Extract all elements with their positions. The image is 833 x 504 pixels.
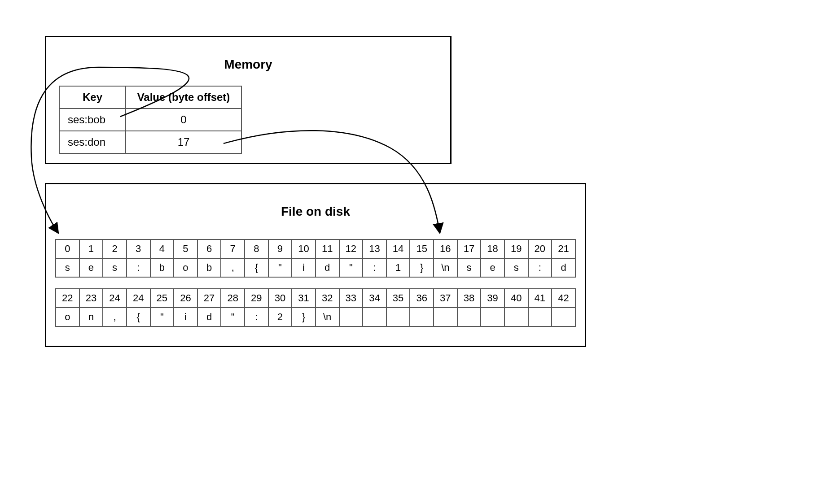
cell-value: 0: [126, 109, 241, 131]
disk-box: File on disk 012345678910111213141516171…: [45, 183, 586, 347]
byte-offset-cell: 13: [363, 239, 386, 258]
byte-offset-cell: 24: [127, 289, 150, 308]
byte-char-cell: [457, 308, 481, 326]
byte-char-cell: [410, 308, 434, 326]
byte-offset-cell: 10: [292, 239, 316, 258]
byte-offset-cell: 28: [221, 289, 245, 308]
table-header-row: Key Value (byte offset): [59, 86, 241, 109]
byte-offset-cell: 29: [245, 289, 268, 308]
byte-offset-cell: 1: [79, 239, 103, 258]
table-row: ses:don 17: [59, 131, 241, 153]
byte-char-cell: ": [150, 308, 174, 326]
byte-char-cell: d: [316, 258, 339, 277]
byte-char-cell: }: [292, 308, 316, 326]
byte-offset-cell: 27: [197, 289, 221, 308]
diagram-canvas: Memory Key Value (byte offset) ses:bob 0…: [0, 0, 833, 504]
byte-char-cell: [363, 308, 386, 326]
byte-offset-cell: 9: [268, 239, 292, 258]
byte-char-cell: 2: [268, 308, 292, 326]
table-row: ses:bob 0: [59, 109, 241, 131]
byte-offset-cell: 7: [221, 239, 245, 258]
byte-char-cell: [528, 308, 552, 326]
byte-char-cell: b: [197, 258, 221, 277]
byte-offsets-row: 2223242425262728293031323334353637383940…: [56, 289, 575, 308]
byte-table-row1: 0123456789101112131415161718192021 ses:b…: [55, 239, 576, 278]
byte-offset-cell: 42: [552, 289, 575, 308]
byte-char-cell: e: [481, 258, 504, 277]
col-value: Value (byte offset): [126, 86, 241, 109]
memory-box: Memory Key Value (byte offset) ses:bob 0…: [45, 36, 452, 164]
byte-char-cell: \n: [434, 258, 457, 277]
byte-offset-cell: 20: [528, 239, 552, 258]
byte-offset-cell: 0: [56, 239, 79, 258]
byte-offset-cell: 12: [339, 239, 363, 258]
cell-key: ses:don: [59, 131, 126, 153]
byte-char-cell: ": [339, 258, 363, 277]
byte-offset-cell: 11: [316, 239, 339, 258]
memory-title: Memory: [46, 57, 450, 72]
byte-char-cell: ": [268, 258, 292, 277]
byte-char-cell: o: [174, 258, 197, 277]
byte-offset-cell: 39: [481, 289, 504, 308]
byte-char-cell: [339, 308, 363, 326]
byte-char-cell: \n: [316, 308, 339, 326]
byte-char-cell: s: [457, 258, 481, 277]
byte-offset-cell: 18: [481, 239, 504, 258]
byte-char-cell: :: [245, 308, 268, 326]
byte-char-cell: :: [127, 258, 150, 277]
byte-chars-row: ses:bob,{"id":1}\nses:d: [56, 258, 575, 277]
byte-offset-cell: 8: [245, 239, 268, 258]
byte-offset-cell: 34: [363, 289, 386, 308]
byte-char-cell: i: [292, 258, 316, 277]
byte-char-cell: d: [197, 308, 221, 326]
byte-char-cell: 1: [386, 258, 410, 277]
byte-char-cell: }: [410, 258, 434, 277]
byte-offset-cell: 2: [103, 239, 127, 258]
byte-offset-cell: 23: [79, 289, 103, 308]
memory-index-table: Key Value (byte offset) ses:bob 0 ses:do…: [59, 86, 242, 154]
byte-char-cell: s: [56, 258, 79, 277]
byte-offset-cell: 15: [410, 239, 434, 258]
byte-offset-cell: 4: [150, 239, 174, 258]
byte-char-cell: :: [363, 258, 386, 277]
byte-offset-cell: 30: [268, 289, 292, 308]
byte-offset-cell: 24: [103, 289, 127, 308]
byte-char-cell: [481, 308, 504, 326]
byte-table-row2: 2223242425262728293031323334353637383940…: [55, 288, 576, 327]
byte-char-cell: o: [56, 308, 79, 326]
byte-char-cell: [552, 308, 575, 326]
byte-char-cell: s: [103, 258, 127, 277]
cell-key: ses:bob: [59, 109, 126, 131]
byte-char-cell: ,: [221, 258, 245, 277]
byte-offset-cell: 32: [316, 289, 339, 308]
byte-char-cell: {: [245, 258, 268, 277]
byte-char-cell: b: [150, 258, 174, 277]
byte-char-cell: :: [528, 258, 552, 277]
byte-offset-cell: 3: [127, 239, 150, 258]
byte-offset-cell: 21: [552, 239, 575, 258]
byte-offset-cell: 40: [504, 289, 528, 308]
byte-offset-cell: 41: [528, 289, 552, 308]
col-key: Key: [59, 86, 126, 109]
byte-offset-cell: 14: [386, 239, 410, 258]
byte-offset-cell: 37: [434, 289, 457, 308]
byte-offset-cell: 33: [339, 289, 363, 308]
byte-offsets-row: 0123456789101112131415161718192021: [56, 239, 575, 258]
byte-offset-cell: 35: [386, 289, 410, 308]
byte-offset-cell: 5: [174, 239, 197, 258]
byte-char-cell: [434, 308, 457, 326]
byte-chars-row: on,{"id":2}\n: [56, 308, 575, 326]
byte-char-cell: i: [174, 308, 197, 326]
byte-char-cell: {: [127, 308, 150, 326]
byte-char-cell: ": [221, 308, 245, 326]
byte-char-cell: [386, 308, 410, 326]
byte-char-cell: e: [79, 258, 103, 277]
byte-offset-cell: 16: [434, 239, 457, 258]
byte-offset-cell: 6: [197, 239, 221, 258]
byte-char-cell: s: [504, 258, 528, 277]
byte-char-cell: ,: [103, 308, 127, 326]
disk-title: File on disk: [46, 204, 585, 219]
byte-char-cell: d: [552, 258, 575, 277]
byte-offset-cell: 31: [292, 289, 316, 308]
byte-offset-cell: 17: [457, 239, 481, 258]
